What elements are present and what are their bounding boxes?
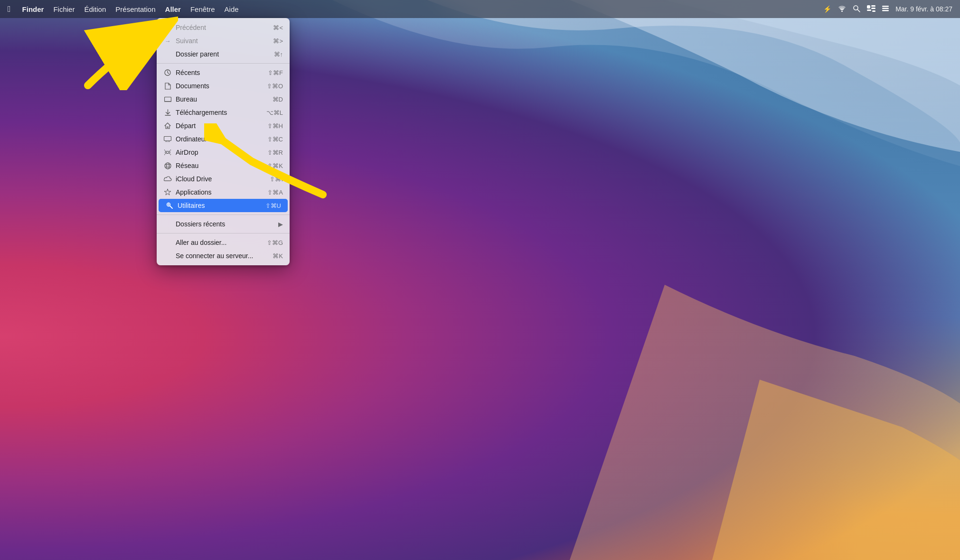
menu-item-telechargements[interactable]: Téléchargements ⌥⌘L — [157, 106, 290, 119]
dossiers-recents-icon — [163, 220, 172, 228]
recents-shortcut: ⇧⌘F — [268, 69, 283, 76]
dossiers-recents-label: Dossiers récents — [176, 220, 274, 228]
control-center-icon[interactable] — [867, 5, 875, 13]
utilitaires-label: Utilitaires — [178, 202, 262, 209]
datetime: Mar. 9 févr. à 08:27 — [895, 5, 952, 13]
dossiers-recents-shortcut: ▶ — [278, 221, 283, 228]
notification-icon[interactable] — [882, 5, 889, 13]
bureau-label: Bureau — [176, 95, 269, 103]
wifi-icon[interactable] — [838, 5, 846, 13]
menubar-edition[interactable]: Édition — [84, 5, 106, 13]
svg-rect-5 — [871, 8, 875, 9]
separator-2 — [157, 215, 290, 215]
ordinateur-icon — [163, 135, 172, 143]
menu-item-connecter-serveur[interactable]: Se connecter au serveur... ⌘K — [157, 249, 290, 262]
menu-item-bureau[interactable]: Bureau ⌘D — [157, 93, 290, 106]
suivant-icon: → — [163, 37, 172, 45]
menu-item-icloud-drive[interactable]: iCloud Drive ⇧⌘I — [157, 172, 290, 186]
bureau-shortcut: ⌘D — [273, 96, 283, 103]
depart-icon — [163, 121, 172, 130]
svg-rect-15 — [164, 137, 171, 141]
menu-item-precedent[interactable]: ← Précédent ⌘< — [157, 21, 290, 34]
svg-point-0 — [841, 10, 843, 12]
recents-label: Récents — [176, 69, 264, 76]
menu-item-recents[interactable]: Récents ⇧⌘F — [157, 66, 290, 79]
depart-label: Départ — [176, 122, 264, 130]
apple-menu[interactable]:  — [8, 4, 11, 14]
svg-line-25 — [170, 206, 173, 209]
menu-item-utilitaires[interactable]: Utilitaires ⇧⌘U — [159, 199, 288, 212]
menu-item-aller-dossier[interactable]: Aller au dossier... ⇧⌘G — [157, 236, 290, 249]
bureau-icon — [163, 95, 172, 103]
menu-item-suivant[interactable]: → Suivant ⌘> — [157, 34, 290, 47]
documents-icon — [163, 82, 172, 90]
separator-3 — [157, 233, 290, 233]
airdrop-shortcut: ⇧⌘R — [267, 149, 283, 156]
svg-rect-6 — [867, 9, 871, 11]
icloud-drive-icon — [163, 175, 172, 183]
recents-icon — [163, 68, 172, 77]
svg-rect-10 — [882, 10, 889, 11]
connecter-serveur-icon — [163, 252, 172, 260]
telechargements-label: Téléchargements — [176, 109, 263, 116]
search-icon[interactable] — [853, 5, 860, 14]
suivant-label: Suivant — [176, 37, 269, 45]
svg-line-2 — [857, 9, 860, 12]
connecter-serveur-shortcut: ⌘K — [273, 252, 283, 260]
telechargements-icon — [163, 108, 172, 117]
svg-rect-7 — [872, 10, 875, 12]
icloud-drive-label: iCloud Drive — [176, 175, 266, 183]
menu-item-applications[interactable]: Applications ⇧⌘A — [157, 186, 290, 199]
aller-dossier-shortcut: ⇧⌘G — [267, 239, 283, 246]
menu-item-ordinateur[interactable]: Ordinateur ⇧⌘C — [157, 132, 290, 146]
aller-dossier-label: Aller au dossier... — [176, 239, 263, 246]
menubar:  Finder Fichier Édition Présentation Al… — [0, 0, 960, 18]
telechargements-shortcut: ⌥⌘L — [266, 109, 283, 116]
aller-dossier-icon — [163, 238, 172, 247]
menubar-fenetre[interactable]: Fenêtre — [190, 5, 215, 13]
menubar-aide[interactable]: Aide — [225, 5, 239, 13]
battery-icon[interactable]: ⚡ — [823, 5, 831, 13]
svg-point-21 — [166, 163, 169, 169]
menu-item-reseau[interactable]: Réseau ⇧⌘K — [157, 159, 290, 172]
documents-shortcut: ⇧⌘O — [267, 83, 283, 90]
menu-item-dossier-parent[interactable]: Dossier parent ⌘↑ — [157, 47, 290, 61]
airdrop-icon — [163, 148, 172, 157]
depart-shortcut: ⇧⌘H — [267, 122, 283, 130]
utilitaires-shortcut: ⇧⌘U — [265, 202, 281, 209]
menubar-fichier[interactable]: Fichier — [53, 5, 75, 13]
wallpaper-waves — [0, 0, 960, 560]
svg-rect-3 — [867, 5, 870, 9]
ordinateur-label: Ordinateur — [176, 135, 264, 143]
menubar-right: ⚡ — [823, 5, 952, 14]
applications-shortcut: ⇧⌘A — [267, 189, 283, 196]
svg-rect-4 — [871, 5, 875, 7]
svg-rect-9 — [882, 8, 889, 9]
menu-item-depart[interactable]: Départ ⇧⌘H — [157, 119, 290, 132]
applications-icon — [163, 188, 172, 196]
menubar-aller[interactable]: Aller — [165, 5, 181, 13]
documents-label: Documents — [176, 82, 263, 90]
reseau-label: Réseau — [176, 162, 264, 169]
svg-rect-8 — [882, 6, 889, 7]
menu-item-documents[interactable]: Documents ⇧⌘O — [157, 79, 290, 93]
applications-label: Applications — [176, 188, 264, 196]
precedent-label: Précédent — [176, 24, 269, 31]
reseau-shortcut: ⇧⌘K — [267, 162, 283, 169]
dossier-parent-label: Dossier parent — [176, 50, 270, 58]
aller-dropdown-menu: ← Précédent ⌘< → Suivant ⌘> Dossier pare… — [157, 18, 290, 265]
menubar-presentation[interactable]: Présentation — [115, 5, 155, 13]
precedent-icon: ← — [163, 23, 172, 32]
airdrop-label: AirDrop — [176, 149, 264, 156]
menubar-finder[interactable]: Finder — [22, 5, 44, 13]
reseau-icon — [163, 161, 172, 170]
menu-item-airdrop[interactable]: AirDrop ⇧⌘R — [157, 146, 290, 159]
utilitaires-icon — [165, 201, 174, 210]
connecter-serveur-label: Se connecter au serveur... — [176, 252, 269, 260]
menubar-left:  Finder Fichier Édition Présentation Al… — [8, 4, 239, 14]
icloud-drive-shortcut: ⇧⌘I — [270, 176, 283, 183]
menu-item-dossiers-recents[interactable]: Dossiers récents ▶ — [157, 217, 290, 231]
suivant-shortcut: ⌘> — [273, 37, 283, 45]
svg-rect-12 — [164, 97, 171, 101]
svg-point-20 — [165, 163, 171, 169]
